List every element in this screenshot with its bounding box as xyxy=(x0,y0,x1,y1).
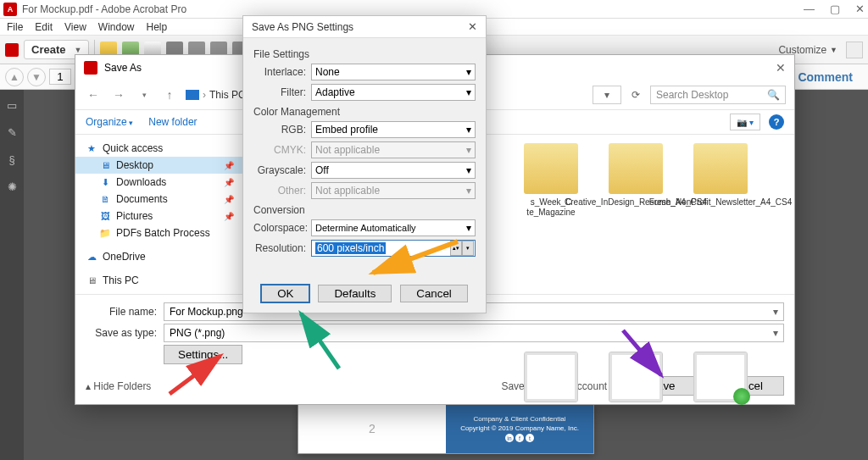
minimize-icon[interactable]: — xyxy=(804,3,815,15)
png-settings-titlebar: Save As PNG Settings ✕ xyxy=(243,16,486,38)
png-settings-title: Save As PNG Settings xyxy=(252,21,353,33)
pages-icon[interactable]: ▭ xyxy=(5,98,19,112)
file-tile[interactable] xyxy=(686,352,755,411)
new-folder-button[interactable]: New folder xyxy=(148,116,197,128)
menu-edit[interactable]: Edit xyxy=(35,21,53,33)
file-tile[interactable] xyxy=(601,352,670,411)
folder-tile[interactable]: Fresh_NonProfit_Newsletter_A4_CS4 xyxy=(686,143,755,321)
chevron-down-icon: ▾ xyxy=(466,164,471,176)
sidebar-item-thispc[interactable]: 🖥This PC xyxy=(75,272,244,289)
cmyk-label: CMYK: xyxy=(253,144,306,156)
menu-window[interactable]: Window xyxy=(98,21,135,33)
interlace-label: Interlace: xyxy=(253,66,306,78)
chevron-down-icon: ▾ xyxy=(466,66,471,78)
forward-icon[interactable]: → xyxy=(109,86,128,104)
pdf-page-preview: 2 Company & Client Confidential Copyrigh… xyxy=(298,403,594,454)
acrobat-icon xyxy=(84,61,97,75)
sidebar-item-pictures[interactable]: 🖼Pictures📌 xyxy=(75,208,244,224)
crumb-thispc[interactable]: This PC xyxy=(209,89,246,101)
chevron-down-icon: ▼ xyxy=(830,46,837,54)
resolution-label: Resolution: xyxy=(253,242,306,254)
file-tile[interactable] xyxy=(516,352,586,411)
sidebar-item-onedrive[interactable]: ☁OneDrive xyxy=(75,248,244,265)
comment-link[interactable]: Comment xyxy=(798,70,853,84)
bookmarks-icon[interactable]: ✎ xyxy=(5,125,19,139)
view-button[interactable]: 📷 ▾ xyxy=(730,114,760,130)
menu-file[interactable]: File xyxy=(7,21,23,33)
left-sidebar: ▭ ✎ § ✺ xyxy=(0,90,24,460)
search-placeholder: Search Desktop xyxy=(656,89,728,101)
defaults-button[interactable]: Defaults xyxy=(318,285,392,302)
organize-button[interactable]: Organize xyxy=(86,116,133,128)
chevron-down-icon: ▼ xyxy=(74,46,81,54)
settings-button[interactable]: Settings... xyxy=(164,345,242,364)
ok-button[interactable]: OK xyxy=(261,285,309,302)
signatures-icon[interactable]: ✺ xyxy=(5,180,19,193)
prev-page-icon[interactable]: ▲ xyxy=(5,68,24,86)
pin-icon: 📌 xyxy=(224,195,234,204)
png-settings-dialog: Save As PNG Settings ✕ File Settings Int… xyxy=(242,15,487,313)
social-icons: inft xyxy=(505,434,534,442)
menu-help[interactable]: Help xyxy=(147,21,168,33)
up-icon[interactable]: ↑ xyxy=(160,86,179,104)
saveas-sidebar: ★Quick access 🖥Desktop📌 ⬇Downloads📌 🗎Doc… xyxy=(75,135,245,294)
attachments-icon[interactable]: § xyxy=(5,152,19,166)
filter-dropdown[interactable]: Adaptive▾ xyxy=(311,84,476,101)
search-input[interactable]: Search Desktop 🔍 xyxy=(650,86,786,104)
grayscale-dropdown[interactable]: Off▾ xyxy=(311,162,476,179)
png-settings-buttons: OK Defaults Cancel xyxy=(243,276,486,313)
chevron-down-icon[interactable]: ▾ xyxy=(135,86,153,104)
chevron-down-icon: ▾ xyxy=(773,327,778,339)
interlace-dropdown[interactable]: None▾ xyxy=(311,64,476,80)
sidebar-item-quickaccess[interactable]: ★Quick access xyxy=(75,140,244,157)
sidebar-item-desktop[interactable]: 🖥Desktop📌 xyxy=(75,157,244,174)
colorspace-dropdown[interactable]: Determine Automatically▾ xyxy=(311,219,476,236)
chevron-down-icon[interactable]: ▾ xyxy=(462,241,474,256)
saveas-title: Save As xyxy=(104,62,142,74)
pin-icon: 📌 xyxy=(224,178,234,187)
close-icon[interactable]: ✕ xyxy=(776,61,786,75)
folder-tile[interactable]: s_Week_C te_Magazine xyxy=(516,143,586,321)
other-dropdown: Not applicable▾ xyxy=(311,182,476,199)
hide-folders-button[interactable]: ▴ Hide Folders xyxy=(86,380,151,392)
page-input[interactable] xyxy=(49,69,71,85)
chevron-down-icon: ▾ xyxy=(773,306,778,318)
drive-icon xyxy=(186,90,199,100)
filetype-field[interactable]: PNG (*.png)▾ xyxy=(164,324,784,342)
refresh-icon[interactable]: ⟳ xyxy=(626,86,645,104)
next-page-icon[interactable]: ▼ xyxy=(27,68,46,86)
app-title: For Mockup.pdf - Adobe Acrobat Pro xyxy=(22,3,186,15)
close-icon[interactable]: ✕ xyxy=(468,20,477,33)
folder-tile[interactable]: Creative_InDesign_Resume_A4_CS4 xyxy=(601,143,670,321)
spin-up-icon[interactable]: ▴▾ xyxy=(450,241,462,256)
grayscale-label: Grayscale: xyxy=(253,164,306,176)
filetype-label: Save as type: xyxy=(86,327,157,339)
resolution-input[interactable]: 600 pixels/inch ▴▾▾ xyxy=(311,240,476,257)
group-conversion: Conversion xyxy=(253,204,476,216)
rgb-dropdown[interactable]: Embed profile▾ xyxy=(311,121,476,138)
filename-label: File name: xyxy=(86,306,157,318)
menu-view[interactable]: View xyxy=(64,21,86,33)
app-icon: A xyxy=(3,3,17,16)
maximize-icon[interactable]: ▢ xyxy=(830,3,840,15)
expand-icon[interactable] xyxy=(846,42,863,58)
close-icon[interactable]: ✕ xyxy=(855,3,865,15)
help-icon[interactable]: ? xyxy=(769,114,784,130)
page-number: 2 xyxy=(369,422,376,435)
back-icon[interactable]: ← xyxy=(84,86,103,104)
sidebar-item-downloads[interactable]: ⬇Downloads📌 xyxy=(75,174,244,191)
chevron-down-icon: ▾ xyxy=(466,185,471,197)
rgb-label: RGB: xyxy=(253,124,306,136)
group-file-settings: File Settings xyxy=(253,48,476,60)
acrobat-icon xyxy=(5,43,19,57)
cancel-button[interactable]: Cancel xyxy=(400,285,468,302)
sidebar-item-documents[interactable]: 🗎Documents📌 xyxy=(75,191,244,208)
pin-icon: 📌 xyxy=(224,212,234,221)
chevron-down-icon: ▾ xyxy=(466,144,471,156)
cmyk-dropdown: Not applicable▾ xyxy=(311,141,476,158)
chevron-down-icon: ▾ xyxy=(466,86,471,98)
history-dropdown[interactable]: ▾ xyxy=(593,86,621,104)
other-label: Other: xyxy=(253,185,306,197)
sidebar-item-batch[interactable]: 📁PDFs Batch Process xyxy=(75,224,244,241)
group-color-management: Color Management xyxy=(253,106,476,118)
